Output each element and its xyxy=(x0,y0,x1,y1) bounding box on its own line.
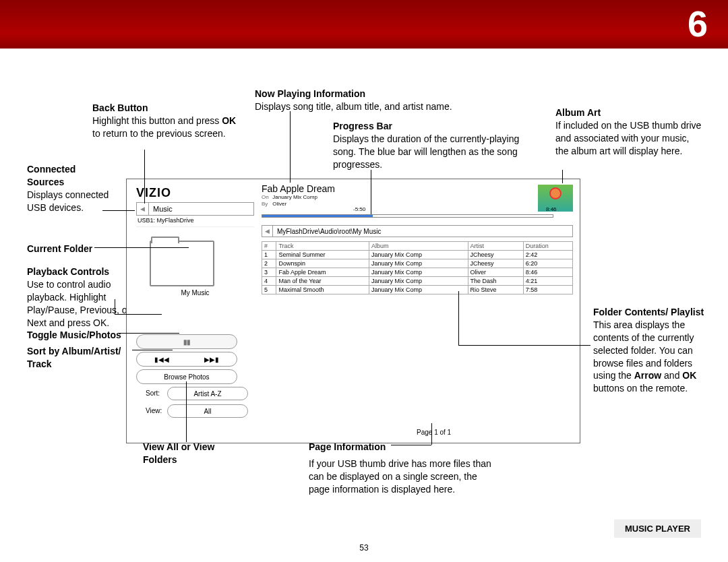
table-cell: January Mix Comp xyxy=(369,251,468,259)
leader-line xyxy=(186,381,187,442)
leader-line xyxy=(562,170,563,183)
leader-line xyxy=(115,299,115,314)
source-line[interactable]: USB1: MyFlashDrive xyxy=(136,216,254,227)
table-cell: 8:46 xyxy=(523,268,572,277)
chapter-number: 6 xyxy=(688,3,708,44)
table-header: Album xyxy=(369,242,468,251)
table-cell: 3 xyxy=(262,268,276,277)
folder-name: My Music xyxy=(136,289,254,296)
time-elapsed: -5:50 xyxy=(353,206,365,212)
music-row[interactable]: ◀ Music xyxy=(136,202,254,216)
callout-view-all: View All or View Folders xyxy=(143,441,244,466)
callout-current-folder: Current Folder xyxy=(27,243,92,255)
table-cell: Rio Steve xyxy=(468,286,523,294)
table-header: Artist xyxy=(468,242,523,251)
callout-now-playing: Now Playing Information Displays song ti… xyxy=(255,88,477,113)
tracklist-table[interactable]: #TrackAlbumArtistDuration 1Seminal Summe… xyxy=(262,241,573,294)
table-header: Track xyxy=(276,242,369,251)
table-cell: 2 xyxy=(262,259,276,268)
music-player-screenshot: VIZIO ◀ Music USB1: MyFlashDrive My Musi… xyxy=(126,179,580,443)
leader-line xyxy=(119,333,179,334)
view-pill[interactable]: All xyxy=(167,404,248,418)
section-label: Music xyxy=(149,205,173,213)
leader-line xyxy=(144,150,145,204)
callout-playback-controls: Playback Controls Use to control audio p… xyxy=(27,266,142,329)
play-pause-pill[interactable]: ▮▮ xyxy=(136,334,237,349)
progress-bar[interactable] xyxy=(262,214,553,218)
callout-album-art: Album Art If included on the USB thumb d… xyxy=(555,106,704,158)
callout-title: Connected Sources xyxy=(27,163,115,189)
pause-icon[interactable]: ▮▮ xyxy=(183,338,190,346)
back-button-icon[interactable]: ◀ xyxy=(137,203,149,215)
now-playing: Fab Apple Dream On January Mix Comp By O… xyxy=(262,183,464,207)
table-row[interactable]: 2DownspinJanuary Mix CompJCheesy6:20 xyxy=(262,259,573,268)
table-cell: 2:42 xyxy=(523,251,572,259)
table-cell: January Mix Comp xyxy=(369,286,468,294)
table-cell: 4 xyxy=(262,277,276,286)
np-title: Fab Apple Dream xyxy=(262,183,464,194)
table-cell: January Mix Comp xyxy=(369,277,468,286)
callout-title: Playback Controls xyxy=(27,266,142,278)
sort-label: Sort: xyxy=(146,389,160,397)
page: Back Button Highlight this button and pr… xyxy=(0,49,728,562)
table-cell: January Mix Comp xyxy=(369,259,468,268)
view-label: View: xyxy=(146,407,162,414)
vizio-logo: VIZIO xyxy=(136,186,171,200)
sort-pill[interactable]: Artist A-Z xyxy=(167,387,248,400)
table-header: Duration xyxy=(523,242,572,251)
callout-title: Progress Bar xyxy=(333,120,528,133)
callout-back-button: Back Button Highlight this button and pr… xyxy=(92,102,241,140)
table-cell: The Dash xyxy=(468,277,523,286)
player-sidebar: ◀ Music USB1: MyFlashDrive My Music ▮▮ ▮… xyxy=(136,202,254,422)
callout-body: Displays connected USB devices. xyxy=(27,189,115,214)
callout-body: Displays song title, album title, and ar… xyxy=(255,100,477,113)
table-cell: Fab Apple Dream xyxy=(276,268,369,277)
table-cell: January Mix Comp xyxy=(369,268,468,277)
previous-icon[interactable]: ▮◀◀ xyxy=(154,356,169,363)
callout-title: Now Playing Information xyxy=(255,88,477,100)
callout-page-info: Page Information If your USB thumb drive… xyxy=(309,441,497,496)
callout-body: This area displays the contents of the c… xyxy=(593,319,708,395)
table-cell: Man of the Year xyxy=(276,277,369,286)
callout-connected-sources: Connected Sources Displays connected USB… xyxy=(27,163,115,214)
table-cell: 4:21 xyxy=(523,277,572,286)
table-cell: JCheesy xyxy=(468,251,523,259)
page-number: 53 xyxy=(0,543,728,553)
table-row[interactable]: 1Seminal SummerJanuary Mix CompJCheesy2:… xyxy=(262,251,573,259)
prev-next-pill[interactable]: ▮◀◀ ▶▶▮ xyxy=(136,352,237,367)
np-on-label: On xyxy=(262,194,271,201)
table-cell: 1 xyxy=(262,251,276,259)
table-row[interactable]: 5Maximal SmoothJanuary Mix CompRio Steve… xyxy=(262,286,573,294)
leader-line xyxy=(458,345,590,346)
callout-body: Displays the duration of the currently-p… xyxy=(333,133,528,171)
table-row[interactable]: 3Fab Apple DreamJanuary Mix CompOliver8:… xyxy=(262,268,573,277)
callout-title: Folder Contents/ Playlist xyxy=(593,306,708,319)
table-cell: Maximal Smooth xyxy=(276,286,369,294)
breadcrumb-text: MyFlashDrive\Audio\root\My Music xyxy=(273,228,381,235)
callout-folder-contents: Folder Contents/ Playlist This area disp… xyxy=(593,306,708,395)
time-total: 8:46 xyxy=(546,206,557,212)
table-row[interactable]: 4Man of the YearJanuary Mix CompThe Dash… xyxy=(262,277,573,286)
callout-body: Highlight this button and press OK to re… xyxy=(92,115,241,140)
table-cell: 7:58 xyxy=(523,286,572,294)
browse-photos-button[interactable]: Browse Photos xyxy=(136,369,237,384)
header-bar: 6 xyxy=(0,0,728,49)
breadcrumb-path[interactable]: ◀ MyFlashDrive\Audio\root\My Music xyxy=(262,225,573,237)
callout-sort: Sort by Album/Artist/ Track xyxy=(27,345,135,371)
callout-progress-bar: Progress Bar Displays the duration of th… xyxy=(333,120,528,171)
np-by-value: Oliver xyxy=(272,201,286,207)
callout-toggle: Toggle Music/Photos xyxy=(27,329,121,342)
leader-line xyxy=(431,423,432,445)
breadcrumb-back-icon[interactable]: ◀ xyxy=(262,226,273,237)
leader-line xyxy=(132,350,173,350)
callout-body: If your USB thumb drive has more files t… xyxy=(309,458,497,496)
next-icon[interactable]: ▶▶▮ xyxy=(204,356,219,363)
table-cell: 6:20 xyxy=(523,259,572,268)
leader-line xyxy=(290,111,291,183)
callout-title: Album Art xyxy=(555,106,704,119)
leader-line xyxy=(94,247,189,248)
np-by-label: By xyxy=(262,201,271,208)
callout-body: Use to control audio playback. Highlight… xyxy=(27,278,142,330)
leader-line xyxy=(102,210,135,211)
table-cell: Oliver xyxy=(468,268,523,277)
